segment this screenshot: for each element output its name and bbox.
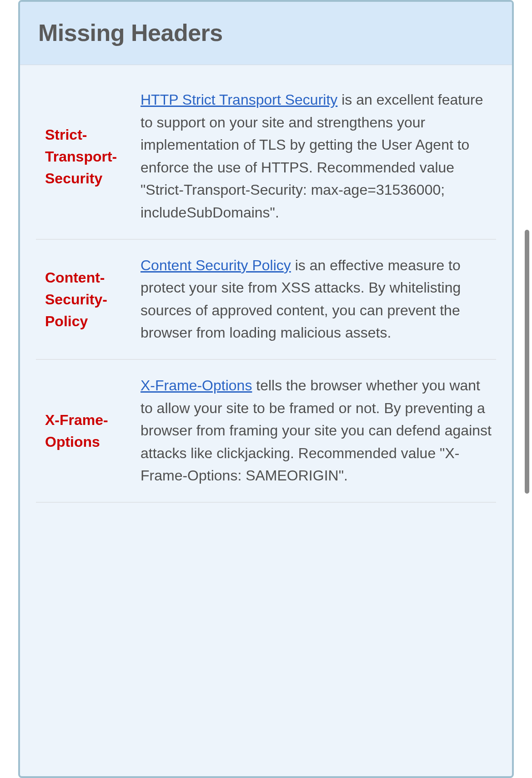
- header-link-csp[interactable]: Content Security Policy: [141, 257, 291, 273]
- header-row-x-frame-options: X-Frame-Options X-Frame-Options tells th…: [36, 360, 496, 503]
- panel-title: Missing Headers: [38, 19, 494, 46]
- header-desc-text: is an excellent feature to support on yo…: [141, 91, 483, 221]
- header-description: X-Frame-Options tells the browser whethe…: [138, 374, 496, 487]
- header-link-hsts[interactable]: HTTP Strict Transport Security: [141, 91, 337, 108]
- header-row-strict-transport-security: Strict-Transport-Security HTTP Strict Tr…: [36, 74, 496, 240]
- scrollbar-thumb[interactable]: [525, 230, 529, 494]
- header-description: HTTP Strict Transport Security is an exc…: [138, 89, 496, 224]
- missing-headers-panel: Missing Headers Strict-Transport-Securit…: [18, 0, 514, 778]
- header-link-xfo[interactable]: X-Frame-Options: [141, 377, 252, 394]
- header-name: Strict-Transport-Security: [36, 124, 138, 189]
- header-description: Content Security Policy is an effective …: [138, 254, 496, 344]
- panel-header: Missing Headers: [20, 2, 512, 65]
- header-name: X-Frame-Options: [36, 409, 138, 453]
- scrollbar-track[interactable]: [523, 0, 529, 778]
- header-row-content-security-policy: Content-Security-Policy Content Security…: [36, 240, 496, 360]
- header-name: Content-Security-Policy: [36, 267, 138, 332]
- panel-body: Strict-Transport-Security HTTP Strict Tr…: [20, 65, 512, 503]
